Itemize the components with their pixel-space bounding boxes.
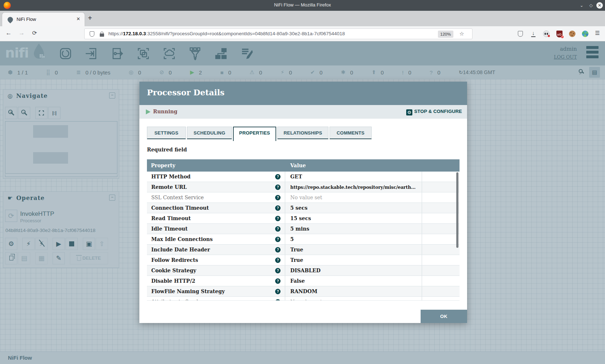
extension-cookie-icon[interactable] [568,30,576,38]
extension-mask-icon[interactable] [542,30,550,38]
group-button[interactable]: ▦ [35,252,48,264]
copy-flow-button[interactable]: ▣ [83,238,95,250]
forward-button[interactable]: → [17,29,26,37]
table-row[interactable]: Attributes to Send?No value set [147,297,460,301]
running-icon: ▶ [190,69,194,76]
transmitting-icon: ◎ [129,69,133,76]
help-icon: ? [275,174,281,179]
fit-icon [39,110,44,116]
birdseye-minimap[interactable] [5,121,117,174]
stop-and-configure-button[interactable]: ⚙STOP & CONFIGURE [406,109,462,115]
hamburger-menu-icon[interactable]: ☰ [593,30,601,38]
running-status-icon [146,109,151,114]
value-column-header: Value [285,159,306,172]
table-row[interactable]: SSL Context Service?No value set [147,192,460,203]
operate-collapse-button[interactable]: − [109,195,115,201]
zoom-level-badge[interactable]: 120% [438,31,453,38]
zoom-out-icon: − [21,110,26,114]
status-running: ▶2 [190,69,202,76]
output-port-component-icon[interactable] [110,46,125,61]
start-button[interactable]: ▶ [53,238,65,250]
padlock-icon[interactable] [100,31,104,37]
configure-button[interactable]: ⚙ [5,238,17,250]
extension-pinwheel-icon[interactable] [581,30,589,38]
table-row[interactable]: Max Idle Connections?5 [147,234,460,245]
status-stale: ⬆0 [372,69,384,76]
label-component-icon[interactable] [240,46,254,61]
upload-button[interactable]: ⇧ [96,238,108,250]
table-row[interactable]: Remote URL?https://repo.stackable.tech/r… [147,182,460,192]
paste-button[interactable]: ▤ [18,252,30,264]
remote-process-group-component-icon[interactable] [162,46,176,61]
status-locally-modified: ✱0 [341,69,353,76]
tab-comments[interactable]: COMMENTS [330,127,372,139]
table-row[interactable]: Idle Timeout?5 mins [147,224,460,234]
minimap-scroll-strip [5,174,117,177]
tracking-protection-shield-icon[interactable] [90,31,94,37]
window-maximize-button[interactable]: ◇ [588,2,594,9]
window-close-button[interactable]: ✕ [596,2,603,9]
breadcrumb-bar: NiFi Flow [0,351,605,364]
table-row[interactable]: Cookie Strategy?DISABLED [147,265,460,276]
new-tab-button[interactable]: + [88,14,92,22]
copy-button[interactable] [5,252,17,264]
tab-scheduling[interactable]: SCHEDULING [187,127,232,139]
locally-modified-icon: ✱ [341,69,346,76]
bookmark-star-icon[interactable]: ☆ [460,31,464,37]
delete-button[interactable]: DELETE [70,252,108,264]
processor-component-icon[interactable] [58,46,73,61]
reload-button[interactable]: ⟳ [30,29,39,36]
zoom-fit-button[interactable] [35,107,48,119]
nifi-status-bar: ⬢1 / 1 ⣿0 ≣0 / 0 bytes ◎0 ⊘0 ▶2 ■0 ⚠0 ⚡0… [0,65,605,79]
table-row[interactable]: FlowFile Naming Strategy?RANDOM [147,286,460,297]
protections-shield-icon[interactable] [516,30,524,38]
funnel-component-icon[interactable] [188,46,202,61]
window-title: NiFi Flow — Mozilla Firefox [0,2,605,8]
downloads-icon[interactable]: ↓ [529,30,537,38]
status-transmitting: ◎0 [129,69,141,76]
table-row[interactable]: Read Timeout?15 secs [147,213,460,224]
ok-button[interactable]: OK [421,310,467,323]
refresh-icon[interactable]: ↻ [459,69,463,75]
threads-icon: ⣿ [46,69,50,76]
window-minimize-button[interactable]: ⌄ [578,2,585,9]
table-row[interactable]: Include Date Header?True [147,245,460,255]
navigate-collapse-button[interactable]: − [109,92,115,99]
table-row[interactable]: HTTP Method?GET [147,172,460,182]
tab-relationships[interactable]: RELATIONSHIPS [277,127,328,139]
cluster-icon: ⬢ [8,69,13,76]
zoom-actual-button[interactable]: |:| [48,107,60,119]
enable-button[interactable]: ⚡ [22,238,35,250]
tab-properties[interactable]: PROPERTIES [233,127,276,141]
help-icon: ? [275,299,281,301]
zoom-in-icon: + [8,110,13,114]
logout-link[interactable]: LOG OUT [554,54,577,60]
template-component-icon[interactable] [214,46,228,61]
disable-button[interactable]: ⚡ [35,238,48,250]
table-row[interactable]: Disable HTTP/2?False [147,276,460,286]
status-disabled: ⚡0 [281,69,292,76]
bulletin-icon[interactable]: ▤ [589,67,600,78]
browser-tab[interactable]: NiFi Flow ✕ [2,12,85,26]
process-group-component-icon[interactable] [136,46,151,61]
tab-settings[interactable]: SETTINGS [147,127,186,139]
table-row[interactable]: Connection Timeout?5 secs [147,203,460,213]
input-port-component-icon[interactable] [84,46,99,61]
search-icon[interactable]: ⌕ [579,69,583,73]
back-button[interactable]: ← [4,29,13,37]
nifi-header: nifi admin LOG OUT [0,41,605,65]
url-bar[interactable]: https://172.18.0.3:32558/nifi/?processGr… [84,28,472,39]
status-queued: ≣0 / 0 bytes [76,69,111,76]
zoom-out-button[interactable]: − [18,107,30,119]
table-row[interactable]: Follow Redirects?True [147,255,460,265]
table-scrollbar[interactable] [456,172,458,248]
help-icon: ? [275,195,281,200]
breadcrumb-root[interactable]: NiFi Flow [8,355,32,361]
global-menu-icon[interactable] [586,46,599,60]
color-button[interactable]: ✎ [53,252,65,264]
tab-close-icon[interactable]: ✕ [76,16,80,22]
hand-pointer-icon: ☛ [8,195,13,201]
zoom-in-button[interactable]: + [5,107,17,119]
stop-button[interactable] [66,238,78,250]
extension-ublock-icon[interactable]: uO✕ [555,30,563,38]
